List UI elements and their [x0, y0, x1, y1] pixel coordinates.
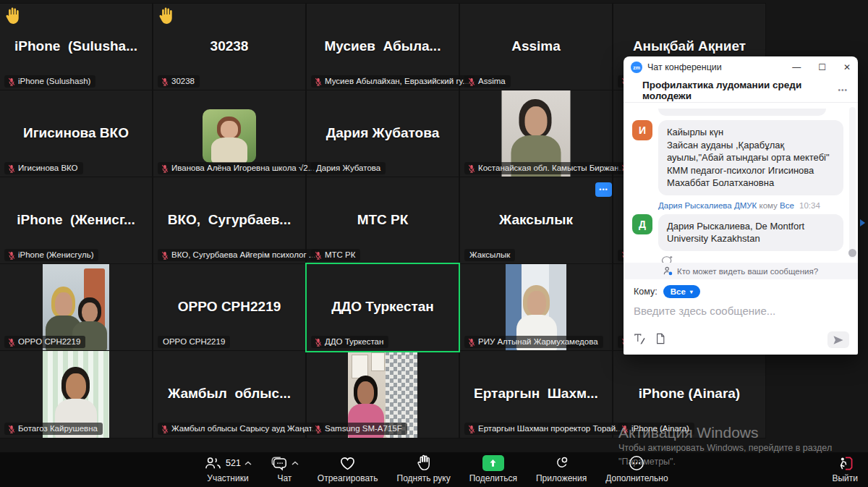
participants-count: 521	[226, 458, 241, 468]
toolbar-label: Участники	[207, 473, 248, 483]
message-input[interactable]: Введите здесь сообщение...	[634, 305, 848, 317]
participant-tile[interactable]: ДДО ТуркестанДДО Туркестан	[307, 264, 459, 351]
muted-mic-icon	[468, 164, 475, 173]
participant-tile[interactable]: Жамбыл облыс...Жамбыл облысы Сарысу ауд …	[153, 351, 305, 438]
gallery-next-page-arrow[interactable]	[860, 219, 865, 226]
participant-tile[interactable]: ЖаксылыкЖаксылык	[460, 177, 612, 264]
send-to-label: Кому:	[634, 287, 658, 297]
participant-tile[interactable]: Samsung SM-A715F	[307, 351, 459, 438]
participant-label: РИУ Алтынай Жармухамедова	[464, 336, 603, 348]
message-visibility-note: Кто может видеть ваши сообщения?	[624, 263, 858, 279]
toolbar-label: Чат	[277, 473, 292, 483]
participant-tile[interactable]: OPPO CPH2219	[0, 264, 152, 351]
toolbar-label: Отреагировать	[318, 473, 378, 483]
toolbar-label: Приложения	[536, 473, 587, 483]
muted-mic-icon	[468, 338, 475, 347]
toolbar-chat-button[interactable]: Чат	[263, 454, 306, 483]
participant-name: МТС РК	[307, 212, 459, 228]
participant-tile[interactable]: iPhone (Sulusha...iPhone (Sulushash)	[0, 4, 152, 90]
participant-tile[interactable]: 3023830238	[153, 4, 305, 90]
chevron-up-icon[interactable]	[244, 461, 252, 465]
message-header: Дария Рыскалиева ДМУК кому Все 10:34	[658, 201, 843, 210]
participant-tile[interactable]: Игисинова ВКОИгисинова ВКО	[0, 90, 152, 177]
muted-mic-icon	[161, 164, 169, 173]
format-text-icon[interactable]	[634, 333, 645, 347]
muted-mic-icon	[315, 251, 322, 260]
message-text: Дария Рыскалиева, De Montfort University…	[658, 214, 843, 251]
toolbar-label: Дополнительно	[605, 473, 668, 483]
meeting-title: Профилактика лудомании среди молодежи	[642, 80, 838, 101]
toolbar-react-button[interactable]: Отреагировать	[310, 454, 386, 483]
tile-more-button[interactable]: •••	[595, 182, 612, 197]
raise-hand-icon	[416, 454, 432, 472]
participant-tile[interactable]: Дария ЖубатоваДария Жубатова	[307, 90, 459, 177]
share-screen-icon	[482, 455, 504, 471]
chat-messages: И Кайырлы күн Зайсан ауданы ,Қарабұлақ а…	[624, 103, 858, 263]
muted-mic-icon	[468, 77, 475, 86]
participant-label: iPhone (Ainara)	[618, 423, 694, 435]
participant-tile[interactable]: РИУ Алтынай Жармухамедова	[460, 264, 612, 351]
who-can-see-icon	[663, 266, 673, 276]
participant-label: OPPO CPH2219	[158, 336, 230, 348]
participant-label: 30238	[158, 75, 200, 88]
toolbar-label: Поднять руку	[397, 473, 451, 483]
muted-mic-icon	[161, 251, 169, 260]
chat-scrollbar[interactable]	[849, 107, 856, 258]
participant-name: Анықбай Ақниет	[613, 38, 765, 54]
zoom-meeting-window: { "meeting_grid": { "tiles": [ {"row":0,…	[0, 0, 868, 487]
participant-name: 30238	[153, 38, 305, 54]
react-heart-icon	[339, 456, 356, 471]
chat-icon	[271, 456, 288, 471]
participant-name: Игисинова ВКО	[0, 125, 152, 141]
maximize-button[interactable]: ☐	[818, 63, 826, 72]
toolbar-share-button[interactable]: Поделиться	[462, 454, 524, 483]
muted-mic-icon	[8, 338, 15, 347]
participant-name: Ертаргын Шахм...	[460, 386, 612, 402]
participant-tile[interactable]: Ботагоз Кайрушевна	[0, 351, 152, 438]
participant-tile[interactable]: Мусиев Абыла...Мусиев Абылайхан, Евразий…	[307, 4, 459, 90]
participant-tile[interactable]: Иванова Алёна Игоревна школа √2...	[153, 90, 305, 177]
participant-label: МТС РК	[311, 249, 360, 261]
person-silhouette	[211, 117, 247, 163]
muted-mic-icon	[161, 77, 169, 86]
toolbar-raise-button[interactable]: Поднять руку	[390, 454, 458, 483]
muted-mic-icon	[621, 425, 629, 433]
chat-scrollbar-thumb[interactable]	[848, 249, 856, 257]
chat-window-title: Чат конференции	[647, 62, 792, 72]
chevron-up-icon[interactable]	[292, 461, 299, 465]
recipient-selector[interactable]: Все▾	[663, 285, 700, 298]
participant-tile[interactable]: OPPO CPH2219OPPO CPH2219	[153, 264, 305, 351]
send-button[interactable]	[827, 331, 849, 348]
toolbar-label: Выйти	[832, 473, 858, 483]
participant-tile[interactable]: Костанайская обл. Камысты Биржан...•••	[460, 90, 612, 177]
chat-more-menu-icon[interactable]: •••	[838, 86, 848, 94]
minimize-button[interactable]: —	[792, 63, 801, 72]
more-options-icon	[629, 455, 644, 471]
participant-label: Assima	[464, 75, 511, 88]
attach-file-icon[interactable]	[655, 333, 665, 347]
reply-in-thread-icon[interactable]	[661, 255, 673, 263]
toolbar-participants-button[interactable]: 521Участники	[197, 454, 259, 483]
participant-name: Дария Жубатова	[307, 125, 459, 141]
chat-message: Д Дария Рыскалиева, De Montfort Universi…	[632, 214, 843, 251]
participant-tile[interactable]: AssimaAssima	[460, 4, 612, 90]
message-time: 10:34	[799, 201, 820, 210]
participant-name: Жамбыл облыс...	[153, 386, 305, 402]
participant-name: iPhone (Женисг...	[0, 212, 152, 228]
participant-name: iPhone (Ainara)	[613, 386, 765, 402]
leave-meeting-button[interactable]: Выйти	[832, 454, 858, 483]
participant-tile[interactable]: Ертаргын Шахм...Ертаргын Шахман проректо…	[460, 351, 612, 438]
participant-tile[interactable]: iPhone (Ainara)iPhone (Ainara)	[613, 351, 765, 438]
muted-mic-icon	[8, 425, 15, 433]
toolbar-more-button[interactable]: Дополнительно	[598, 454, 675, 483]
participant-label: Samsung SM-A715F	[311, 423, 407, 435]
participant-tile[interactable]: МТС РКМТС РК	[307, 177, 459, 264]
apps-icon	[553, 455, 569, 471]
participant-tile[interactable]: ВКО, Сугурбаев...ВКО, Сугурбаева Айгерім…	[153, 177, 305, 264]
toolbar-apps-button[interactable]: Приложения	[529, 454, 594, 483]
participant-tile[interactable]: iPhone (Женисг...iPhone (Женисгуль)	[0, 177, 152, 264]
participant-label: Игисинова ВКО	[4, 162, 83, 174]
avatar: Д	[632, 214, 652, 234]
muted-mic-icon	[315, 338, 322, 347]
close-button[interactable]: ✕	[843, 63, 851, 72]
